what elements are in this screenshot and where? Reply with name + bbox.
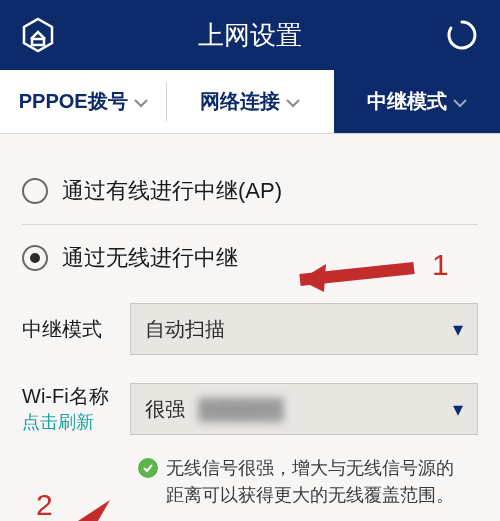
app-header: 上网设置 — [0, 0, 500, 70]
wifi-label-text: Wi-Fi名称 — [22, 385, 109, 407]
wifi-name-select[interactable]: 很强 ██████ ▾ — [130, 383, 478, 435]
radio-label: 通过有线进行中继(AP) — [62, 176, 282, 206]
divider — [22, 224, 478, 225]
tab-network[interactable]: 网络连接 — [167, 70, 333, 133]
annotation-label-2: 2 — [36, 488, 53, 521]
tab-relay[interactable]: 中继模式 — [334, 70, 500, 133]
tab-bar: PPPOE拨号 网络连接 中继模式 — [0, 70, 500, 134]
home-icon — [20, 17, 56, 53]
select-value: 很强 ██████ — [145, 396, 284, 423]
content-area: 通过有线进行中继(AP) 通过无线进行中继 中继模式 自动扫描 ▾ Wi-Fi名… — [0, 134, 500, 515]
refresh-icon — [445, 18, 479, 52]
svg-rect-1 — [32, 39, 44, 45]
tab-label: PPPOE拨号 — [19, 88, 128, 115]
triangle-down-icon: ▾ — [453, 317, 463, 341]
chevron-down-icon — [286, 90, 300, 113]
radio-icon — [22, 245, 48, 271]
tab-label: 中继模式 — [367, 88, 447, 115]
radio-label: 通过无线进行中继 — [62, 243, 238, 273]
page-title: 上网设置 — [198, 18, 302, 53]
tab-pppoe[interactable]: PPPOE拨号 — [0, 70, 166, 133]
radio-wired-relay[interactable]: 通过有线进行中继(AP) — [22, 160, 478, 222]
wifi-name-blurred: ██████ — [199, 398, 284, 420]
radio-icon — [22, 178, 48, 204]
wifi-strength-text: 很强 — [145, 398, 185, 420]
refresh-button[interactable] — [442, 15, 482, 55]
refresh-link[interactable]: 点击刷新 — [22, 411, 114, 434]
row-relay-mode: 中继模式 自动扫描 ▾ — [22, 289, 478, 369]
annotation-label-1: 1 — [432, 248, 449, 282]
select-value: 自动扫描 — [145, 316, 225, 343]
home-button[interactable] — [18, 15, 58, 55]
field-label: Wi-Fi名称 点击刷新 — [22, 383, 114, 434]
check-icon — [138, 458, 158, 478]
row-wifi-name: Wi-Fi名称 点击刷新 很强 ██████ ▾ — [22, 369, 478, 449]
tab-label: 网络连接 — [200, 88, 280, 115]
radio-wireless-relay[interactable]: 通过无线进行中继 — [22, 227, 478, 289]
relay-mode-select[interactable]: 自动扫描 ▾ — [130, 303, 478, 355]
signal-hint: 无线信号很强，增大与无线信号源的距离可以获得更大的无线覆盖范围。 — [130, 449, 478, 515]
triangle-down-icon: ▾ — [453, 397, 463, 421]
hint-text: 无线信号很强，增大与无线信号源的距离可以获得更大的无线覆盖范围。 — [166, 455, 470, 509]
chevron-down-icon — [453, 90, 467, 113]
field-label: 中继模式 — [22, 316, 114, 342]
chevron-down-icon — [134, 90, 148, 113]
